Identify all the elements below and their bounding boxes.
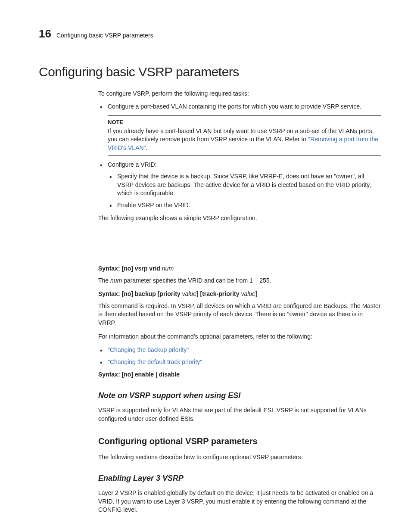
- syntax-label: Syntax:: [98, 290, 120, 297]
- link-list: "Changing the backup priority" "Changing…: [98, 346, 381, 366]
- desc-text: The: [98, 277, 110, 284]
- esi-paragraph: VSRP is supported only for VLANs that ar…: [98, 406, 381, 423]
- syntax-cmd: ]: [255, 290, 258, 297]
- layer3-paragraph: Layer 2 VSRP is enabled globally by defa…: [98, 489, 381, 514]
- desc-text: parameter specifies the VRID and can be …: [122, 277, 271, 284]
- syntax-arg: value: [182, 290, 196, 297]
- note-box: NOTE If you already have a port-based VL…: [108, 115, 381, 156]
- syntax-cmd: [no] backup [priority: [120, 290, 182, 297]
- list-item: Configure a port-based VLAN containing t…: [98, 103, 381, 111]
- list-item: Enable VSRP on the VRID.: [108, 201, 381, 210]
- sub-list: Specify that the device is a backup. Sin…: [108, 172, 381, 209]
- syntax-line: Syntax: [no] enable | disable: [98, 370, 381, 379]
- bullet-text: Configure a port-based VLAN containing t…: [108, 103, 361, 110]
- task-list-2: Configure a VRID: Specify that the devic…: [98, 161, 381, 210]
- spacer: [39, 227, 381, 261]
- desc-arg: num: [110, 277, 122, 284]
- subheading-layer3: Enabling Layer 3 VSRP: [98, 473, 381, 484]
- page-header: 16 Configuring basic VSRP parameters: [39, 26, 381, 41]
- cross-ref-link[interactable]: "Changing the backup priority": [108, 346, 189, 353]
- running-title: Configuring basic VSRP parameters: [56, 31, 153, 40]
- syntax-line: Syntax: [no] backup [priority value] [tr…: [98, 290, 381, 299]
- syntax-description: The num parameter specifies the VRID and…: [98, 277, 381, 285]
- syntax-label: Syntax:: [98, 265, 120, 272]
- bullet-text: Configure a VRID:: [108, 161, 157, 168]
- syntax-cmd: [no] vsrp vrid: [120, 265, 162, 272]
- list-item: "Changing the backup priority": [98, 346, 381, 355]
- syntax-label: Syntax:: [98, 371, 120, 378]
- list-item: Configure a VRID: Specify that the devic…: [98, 161, 381, 210]
- syntax-cmd: [no] enable | disable: [120, 371, 180, 378]
- list-item: "Changing the default track priority": [98, 358, 381, 367]
- subheading-esi: Note on VSRP support when using ESI: [98, 390, 381, 401]
- syntax-description: This command is required. In VSRP, all d…: [98, 302, 381, 327]
- note-text-post: .: [146, 144, 148, 151]
- page-number: 16: [39, 26, 51, 41]
- note-label: NOTE: [108, 118, 381, 126]
- main-heading: Configuring basic VSRP parameters: [39, 63, 381, 81]
- cross-ref-link[interactable]: "Changing the default track priority": [108, 358, 202, 365]
- intro-paragraph: To configure VSRP, perform the following…: [98, 90, 381, 98]
- task-list: Configure a port-based VLAN containing t…: [98, 103, 381, 111]
- subheading-optional: Configuring optional VSRP parameters: [98, 435, 381, 447]
- syntax-arg: num: [162, 265, 174, 272]
- optional-paragraph: The following sections describe how to c…: [98, 453, 381, 462]
- optional-params-intro: For information about the command's opti…: [98, 333, 381, 341]
- syntax-cmd: ] [track-priority: [196, 290, 241, 297]
- note-body: If you already have a port-based VLAN bu…: [108, 127, 381, 152]
- syntax-line: Syntax: [no] vsrp vrid num: [98, 264, 381, 273]
- list-item: Specify that the device is a backup. Sin…: [108, 172, 381, 198]
- syntax-arg: value: [241, 290, 255, 297]
- example-intro: The following example shows a simple VSR…: [98, 214, 381, 223]
